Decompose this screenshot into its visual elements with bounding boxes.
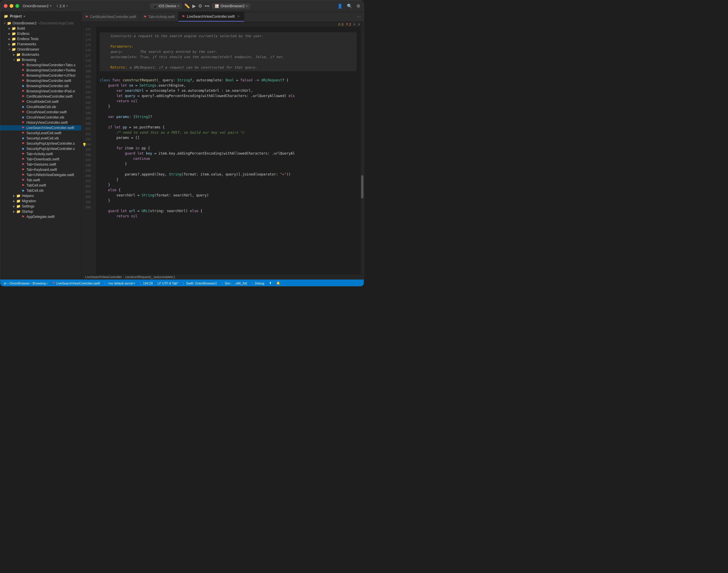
chevron-right-icon: ▶ [7,32,11,35]
gutter-174: 174 [81,38,93,43]
tree-item-livesearch-vc[interactable]: ⚑ LiveSearchViewController.swift [0,125,81,131]
debug-icon[interactable]: ⚙ [198,3,202,9]
tree-item-security-popup-vc[interactable]: ⚑ SecurityPopUpViewController.s [0,141,81,146]
folder-icon: 📁 [16,58,21,62]
gutter-199: 199 [81,168,93,173]
tabs-menu-icon[interactable]: ⋯ [354,12,364,21]
chevron-up-icon[interactable]: ∧ [353,22,355,26]
tree-item-tab-webview-delegate[interactable]: ⚑ Tab+UIWebViewDelegate.swift [0,172,81,177]
device-selector[interactable]: 📱 iOS Device ▾ [150,3,182,9]
search-icon[interactable]: 🔍 [347,3,352,9]
titlebar: OnionBrowser2 ▾ ⑂ 2.X ▾ 📱 iOS Device ▾ ✏… [0,0,364,12]
tree-item-security-popup-vc-xib[interactable]: ■ SecurityPopUpViewController.x [0,146,81,151]
code-block: Constructs a request to the search engin… [100,27,357,219]
swift-dot: ⚑ [144,15,147,19]
tree-item-frameworks[interactable]: ▶ 📁 Frameworks [0,42,81,47]
tree-item-browsing[interactable]: ▾ 📁 Browsing [0,57,81,62]
tree-item-build[interactable]: ▶ 📁 Build [0,26,81,31]
maximize-button[interactable] [15,4,19,8]
tree-label: TabCell.swift [26,184,46,188]
branch-selector[interactable]: ⑂ 2.X ▾ [56,4,68,8]
tree-item-startup[interactable]: ▶ 📁 Startup [0,209,81,214]
gutter-187: 187 [81,105,93,111]
tree-item-onionbrowser[interactable]: ▾ 📁 OnionBrowser [0,47,81,52]
folder-icon: 📁 [7,21,11,25]
tree-item-tabcell-xib[interactable]: ■ TabCell.xib [0,188,81,193]
run-icon[interactable]: ▶ [192,3,196,9]
tree-item-tabcell[interactable]: ⚑ TabCell.swift [0,183,81,188]
tree-label: BrowsingViewController.swift [26,79,71,83]
tree-item-circuit-vc-xib[interactable]: ■ CircuitViewController.xib [0,115,81,120]
tab-livesearch-vc[interactable]: ⚑ LiveSearchViewController.swift ✕ [178,12,244,21]
status-separator2: | [140,281,141,285]
code-editor[interactable]: 172 173 174 175 176 177 178 179 180 181 … [81,27,364,274]
tree-item-browsing-vc-toolbar[interactable]: ⚑ BrowsingViewController+Toolba [0,68,81,73]
tree-item-helpers[interactable]: ▶ 📁 Helpers [0,193,81,199]
tree-item-browsing-vc-swift[interactable]: ⚑ BrowsingViewController.swift [0,78,81,84]
run-selector[interactable]: 🪟 OnionBrowser2 ▾ [212,3,250,9]
swift-file-icon: ⚑ [21,152,25,156]
gutter-201: 201 [81,179,93,184]
run-target: OnionBrowser2 [221,4,244,8]
sidebar-header[interactable]: 📁 Project ▾ [0,12,81,20]
tree-label: Tab+Activity.swift [26,152,53,156]
tree-item-circuit-node-cell[interactable]: ⚑ CircuitNodeCell.swift [0,99,81,104]
more-icon[interactable]: ••• [205,3,210,9]
tree-item-migration[interactable]: ▶ 📁 Migration [0,199,81,204]
gutter-172: 172 [81,27,93,32]
scrollbar-thumb[interactable] [361,175,363,199]
xib-file-icon: ■ [21,136,25,140]
gutter-177: 177 [81,53,93,58]
tree-item-bookmarks[interactable]: ▶ 📁 Bookmarks [0,52,81,57]
breadcrumb-bar: LiveSearchViewController › constructRequ… [81,274,364,279]
tab-certificate-vc[interactable]: ⚑ CertificateViewController.swift [81,12,140,21]
tree-item-onionbrowser2[interactable]: ▾ 📁 OnionBrowser2 ~/Documents/AppCode [0,20,81,26]
tree-item-tab-gestures[interactable]: ⚑ Tab+Gestures.swift [0,162,81,167]
status-bell-icon[interactable]: 🔔 [276,281,280,285]
status-separator4: | [222,281,223,285]
swift-file-icon: ⚑ [21,157,25,161]
tab-activity[interactable]: ⚑ Tab+Activity.swift [140,12,179,21]
chevron-down-icon[interactable]: ∨ [358,22,360,26]
xib-file-icon: ■ [21,84,25,88]
tree-item-settings[interactable]: ▶ 📁 Settings [0,204,81,209]
tree-item-circuit-node-cell-xib[interactable]: ■ CircuitNodeCell.xib [0,104,81,110]
gutter-183: 183 [81,85,93,90]
swift-file-icon: ⚑ [21,178,25,182]
tree-item-circuit-vc[interactable]: ⚑ CircuitViewController.swift [0,110,81,115]
tab-close-icon[interactable]: ✕ [236,14,240,18]
tree-item-tab-keyboard[interactable]: ⚑ Tab+Keyboard.swift [0,167,81,172]
gutter-205: 205 [81,200,93,205]
chevron-right-icon: ▶ [12,200,16,203]
edit-scheme-icon[interactable]: ✏️ [184,3,190,9]
tree-item-browsing-vc-uitext[interactable]: ⚑ BrowsingViewController+UIText [0,73,81,78]
gutter-197: 197 [81,158,93,163]
tree-item-security-level-cell[interactable]: ⚑ SecurityLevelCell.swift [0,131,81,136]
status-share-icon[interactable]: ⬆ [269,281,272,285]
tree-item-browsing-vc-tabs[interactable]: ⚑ BrowsingViewController+Tabs.s [0,62,81,68]
swift-file-icon: ⚑ [21,142,25,146]
close-button[interactable] [4,4,8,8]
tree-item-tab-downloads[interactable]: ⚑ Tab+Downloads.swift [0,157,81,162]
tree-item-endless[interactable]: ▶ 📁 Endless [0,31,81,36]
tree-item-security-level-cell-xib[interactable]: ■ SecurityLevelCell.xib [0,136,81,141]
code-content[interactable]: Constructs a request to the search engin… [96,27,360,274]
tree-item-history-vc[interactable]: ⚑ HistoryViewController.swift [0,120,81,125]
breadcrumb-method[interactable]: constructRequest(_:autocomplete:) [125,275,175,279]
editor-scrollbar[interactable] [360,27,364,274]
tree-item-browsing-vc-ipad[interactable]: ⚑ BrowsingViewController-iPad.xi [0,89,81,94]
settings-icon[interactable]: ⚙ [356,3,360,9]
account-icon[interactable]: 👤 [337,3,343,9]
tree-item-tab-activity[interactable]: ⚑ Tab+Activity.swift [0,151,81,157]
gutter-185: 185 [81,95,93,100]
minimize-button[interactable] [10,4,13,8]
tree-item-certificate-vc[interactable]: ⚑ CertificateViewController.swift [0,94,81,99]
tree-item-appdelegate[interactable]: ⚑ AppDelegate.swift [0,214,81,219]
tree-label: HistoryViewController.swift [26,120,68,125]
tree-item-browsing-vc-xib[interactable]: ■ BrowsingViewController.xib [0,84,81,89]
breadcrumb-class[interactable]: LiveSearchViewController [85,275,122,279]
error-count: ⬆ 2 [346,22,351,26]
tree-item-endless-tests[interactable]: ▶ 📁 Endless Tests [0,36,81,42]
tree-label-bookmarks: Bookmarks [22,53,39,57]
tree-item-tab[interactable]: ⚑ Tab.swift [0,177,81,183]
